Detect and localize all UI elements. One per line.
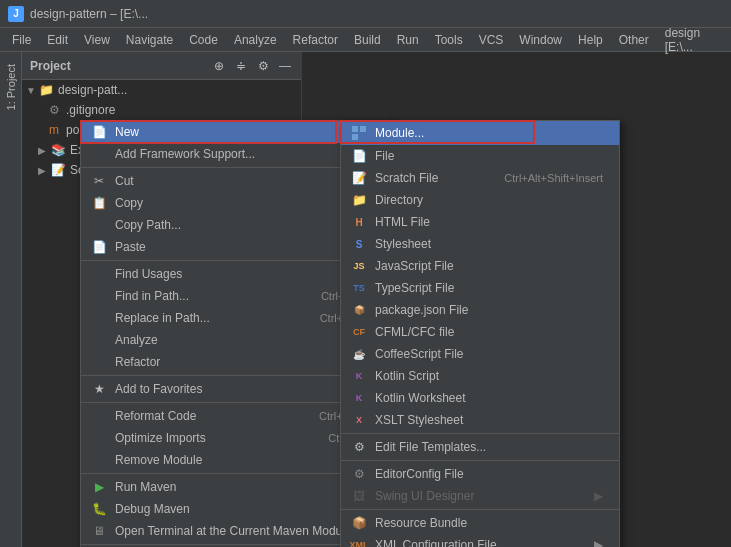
title-bar-text: design-pattern – [E:\... [30,7,148,21]
side-tab-label[interactable]: 1: Project [3,56,19,118]
ctx-item-optimize[interactable]: Optimize Imports Ctrl+Alt+O [81,427,396,449]
tree-label-project: design-patt... [58,83,127,97]
tree-arrow-scratches: ▶ [38,165,50,176]
panel-icon-scope[interactable]: ⊕ [211,58,227,74]
external-lib-icon: 📚 [50,142,66,158]
menu-help[interactable]: Help [570,28,611,51]
menu-tools[interactable]: Tools [427,28,471,51]
main-area: 1: Project Project ⊕ ≑ ⚙ — ▼ 📁 design-pa… [0,52,731,547]
favorites-arrow: ▶ [371,382,380,396]
tree-arrow-external: ▶ [38,145,50,156]
refactor-arrow: ▶ [371,355,380,369]
new-icon: 📄 [89,125,109,139]
panel-header: Project ⊕ ≑ ⚙ — [22,52,301,80]
ctx-sep-2 [81,260,396,261]
primary-context-menu[interactable]: 📄 New ▶ Add Framework Support... ✂ Cut C… [80,120,397,547]
xml-arrow: ▶ [594,538,603,547]
context-overlay: 📄 New ▶ Add Framework Support... ✂ Cut C… [0,52,731,547]
tree-item-project[interactable]: ▼ 📁 design-patt... [22,80,301,100]
cut-icon: ✂ [89,174,109,188]
ctx-sep-4 [81,402,396,403]
ctx-sep-6 [81,544,396,545]
ctx-item-add-favorites[interactable]: ★ Add to Favorites ▶ [81,378,396,400]
menu-navigate[interactable]: Navigate [118,28,181,51]
copy-icon: 📋 [89,196,109,210]
paste-icon: 📄 [89,240,109,254]
ctx-item-copy[interactable]: 📋 Copy Ctrl+C [81,192,396,214]
menu-analyze[interactable]: Analyze [226,28,285,51]
tree-arrow-project: ▼ [26,85,38,96]
project-icon: 📁 [38,82,54,98]
menu-run[interactable]: Run [389,28,427,51]
run-maven-icon: ▶ [89,480,109,494]
menu-edit[interactable]: Edit [39,28,76,51]
ctx-item-cut[interactable]: ✂ Cut Ctrl+X [81,170,396,192]
open-terminal-icon: 🖥 [89,524,109,538]
ctx-item-remove-module[interactable]: Remove Module Delete [81,449,396,471]
menu-project-path[interactable]: design [E:\... [657,28,727,51]
ctx-item-run-maven[interactable]: ▶ Run Maven ▶ [81,476,396,498]
ctx-item-new[interactable]: 📄 New ▶ [81,121,396,143]
side-tab[interactable]: 1: Project [0,52,22,547]
menu-refactor[interactable]: Refactor [285,28,346,51]
ctx-item-debug-maven[interactable]: 🐛 Debug Maven ▶ [81,498,396,520]
gitignore-icon: ⚙ [46,102,62,118]
debug-maven-arrow: ▶ [371,502,380,516]
menu-view[interactable]: View [76,28,118,51]
ctx-sep-3 [81,375,396,376]
ctx-item-find-usages[interactable]: Find Usages Alt+F7 [81,263,396,285]
panel-icons: ⊕ ≑ ⚙ — [211,58,293,74]
scratches-icon: 📝 [50,162,66,178]
ctx-item-find-path[interactable]: Find in Path... Ctrl+Shift+F [81,285,396,307]
ctx-item-replace-path[interactable]: Replace in Path... Ctrl+Shift+R [81,307,396,329]
run-maven-arrow: ▶ [371,480,380,494]
menu-code[interactable]: Code [181,28,226,51]
analyze-arrow: ▶ [371,333,380,347]
menu-bar: File Edit View Navigate Code Analyze Ref… [0,28,731,52]
ctx-item-paste[interactable]: 📄 Paste Ctrl+V [81,236,396,258]
ctx-item-copy-path[interactable]: Copy Path... [81,214,396,236]
menu-build[interactable]: Build [346,28,389,51]
ctx-sep-1 [81,167,396,168]
title-bar: J design-pattern – [E:\... [0,0,731,28]
pom-icon: m [46,122,62,138]
panel-icon-flatten[interactable]: ≑ [233,58,249,74]
tree-label-gitignore: .gitignore [66,103,115,117]
panel-title: Project [30,59,71,73]
ctx-item-add-framework[interactable]: Add Framework Support... [81,143,396,165]
menu-other[interactable]: Other [611,28,657,51]
panel-icon-settings[interactable]: ⚙ [255,58,271,74]
tree-item-gitignore[interactable]: ⚙ .gitignore [22,100,301,120]
ctx-item-reformat[interactable]: Reformat Code Ctrl+Shift+O [81,405,396,427]
app-icon: J [8,6,24,22]
debug-maven-icon: 🐛 [89,502,109,516]
menu-file[interactable]: File [4,28,39,51]
favorites-icon: ★ [89,382,109,396]
panel-icon-minimize[interactable]: — [277,58,293,74]
menu-window[interactable]: Window [511,28,570,51]
ctx-item-open-terminal[interactable]: 🖥 Open Terminal at the Current Maven Mod… [81,520,396,542]
ctx-sep-5 [81,473,396,474]
menu-vcs[interactable]: VCS [471,28,512,51]
ctx-item-refactor[interactable]: Refactor ▶ [81,351,396,373]
new-arrow: ▶ [371,125,380,139]
ctx-item-analyze[interactable]: Analyze ▶ [81,329,396,351]
swing-arrow: ▶ [594,489,603,503]
